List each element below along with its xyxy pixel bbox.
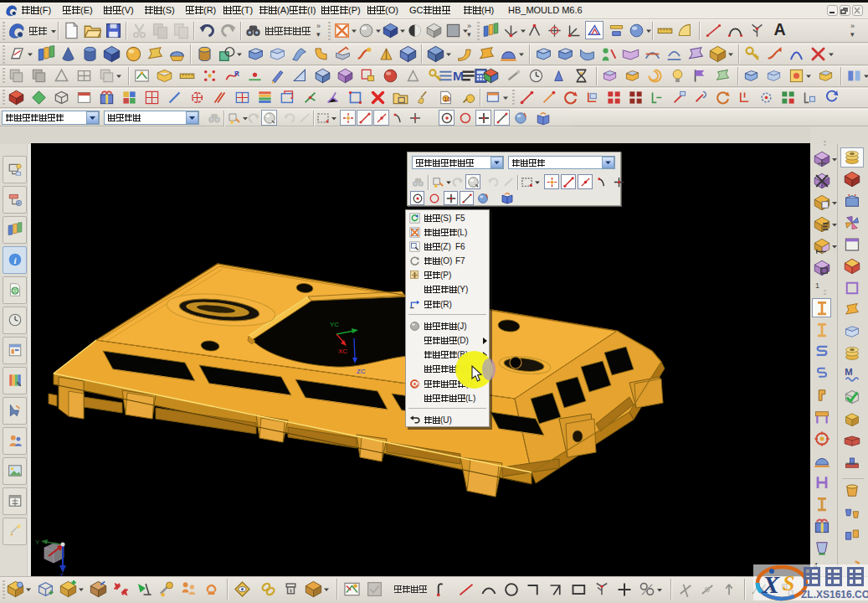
svg-text:X: X <box>762 570 780 598</box>
svg-text:M: M <box>845 367 852 377</box>
svg-text:ZC: ZC <box>357 368 366 375</box>
svg-text:10: 10 <box>444 96 450 103</box>
svg-text:Y: Y <box>35 539 40 546</box>
svg-text:S: S <box>783 571 794 595</box>
svg-text:R: R <box>234 70 239 78</box>
svg-text:A: A <box>773 22 785 39</box>
svg-text:XC: XC <box>338 348 347 355</box>
svg-text:YC: YC <box>330 321 339 328</box>
